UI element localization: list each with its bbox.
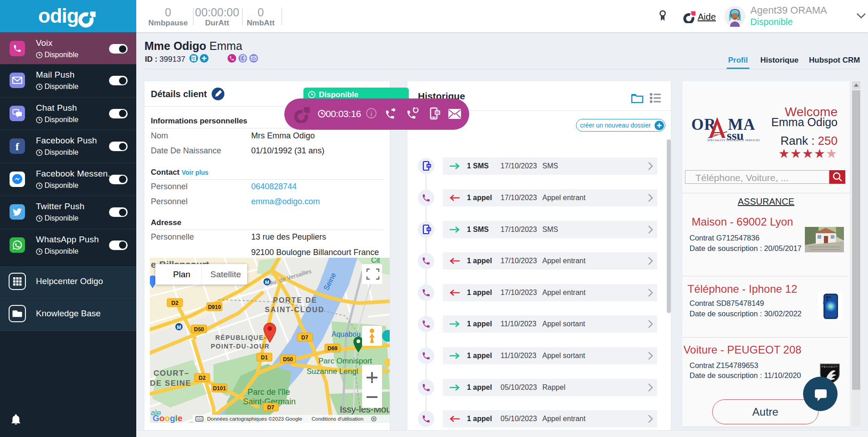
svg-text:M: M: [177, 324, 181, 330]
svg-text:D1: D1: [261, 354, 268, 361]
svg-text:DE SEINE: DE SEINE: [150, 379, 191, 388]
svg-text:COURT–: COURT–: [154, 369, 189, 378]
svg-text:SAINT-CLOUD: SAINT-CLOUD: [265, 306, 324, 314]
svg-text:f: f: [15, 141, 20, 152]
svg-text:D69: D69: [327, 345, 337, 352]
svg-text:Plan: Plan: [173, 270, 190, 279]
svg-text:Données cartographiques ©2023: Données cartographiques ©2023 Google: [207, 416, 302, 422]
svg-text:Google: Google: [153, 413, 182, 423]
svg-text:D2: D2: [171, 300, 179, 306]
svg-text:Suzanne Lengl: Suzanne Lengl: [307, 367, 358, 376]
svg-text:D50: D50: [283, 356, 293, 363]
svg-text:PEUGEOT: PEUGEOT: [822, 365, 838, 368]
svg-text:D101: D101: [213, 385, 226, 392]
svg-text:Aquabou: Aquabou: [332, 330, 361, 338]
svg-text:Conditions d'utilisation: Conditions d'utilisation: [312, 416, 363, 422]
svg-text:D7: D7: [267, 404, 274, 411]
svg-text:Satellite: Satellite: [210, 270, 241, 279]
svg-text:Parc Omnisport: Parc Omnisport: [318, 357, 372, 365]
svg-text:POINT-DU-JOUR: POINT-DU-JOUR: [211, 343, 270, 350]
svg-text:Parc de l'île: Parc de l'île: [248, 388, 290, 397]
svg-text:M: M: [265, 280, 269, 285]
svg-text:D2: D2: [198, 375, 206, 381]
svg-text:Cit: Cit: [371, 258, 380, 264]
svg-text:RÉPUBLIQUE-: RÉPUBLIQUE-: [215, 334, 267, 341]
svg-text:PORTE DE: PORTE DE: [273, 296, 317, 304]
svg-text:D7: D7: [301, 334, 308, 341]
svg-text:D50: D50: [194, 326, 204, 333]
svg-text:D910: D910: [208, 304, 221, 310]
